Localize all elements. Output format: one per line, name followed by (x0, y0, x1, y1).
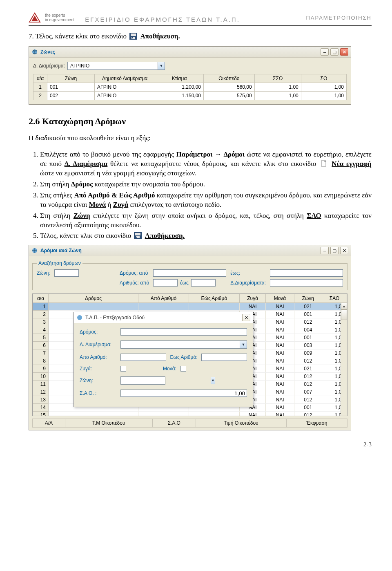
dromoi-col-header: Δρόμος (49, 294, 138, 303)
table-row: 2 (33, 92, 347, 100)
dialog-from-input[interactable] (120, 354, 166, 361)
zones-cell-input[interactable] (302, 92, 345, 99)
search-road-to-input[interactable] (270, 269, 343, 277)
step-5: Τέλος, κάνετε κλικ στο εικονίδιο Αποθήκε… (40, 231, 372, 241)
dromoi-col-header: α/α (33, 294, 49, 303)
zones-cell-input[interactable] (96, 84, 154, 90)
zones-dd-label: Δ. Διαμέρισμα: (33, 63, 65, 69)
logo-tagline-2: in e-government (45, 18, 74, 22)
zones-cell-input[interactable] (156, 84, 203, 90)
svg-rect-9 (135, 233, 140, 235)
close-button[interactable]: ✕ (340, 247, 348, 254)
intro-paragraph: Η διαδικασία που ακολουθείτε είναι η εξή… (29, 134, 372, 143)
maximize-button[interactable]: ▢ (330, 48, 339, 56)
dialog-title: Τ.Α.Π. - Επεξεργασία Οδού (85, 315, 240, 320)
table-row: 1 (33, 83, 347, 92)
manual-title: ΕΓΧΕΙΡΙΔΙΟ ΕΦΑΡΜΟΓΗΣ ΤΕΛΩΝ Τ.Α.Π. (85, 16, 240, 23)
zones-cell-input[interactable] (256, 92, 300, 99)
bottom-col-header: Έκφραση (287, 419, 347, 428)
zones-col-header: ΣΟ (301, 74, 346, 83)
step-7-save-label: Αποθήκευση. (140, 32, 180, 40)
zones-col-header: α/α (33, 74, 47, 83)
zones-window-title: Ζώνες (40, 49, 318, 55)
dialog-icon (76, 314, 83, 321)
step-3: Στις στήλες Από Αριθμό & Εώς Αριθμό κατα… (40, 191, 372, 210)
zones-window: Ζώνες – ▢ ✕ Δ. Διαμέρισμα: ΑΓΡΙΝΙΟ ▼ α/α… (29, 46, 351, 105)
bottom-col-header: Τιμή Οικοπέδου (196, 419, 286, 428)
search-road-from-label: Δρόμος: από (120, 270, 149, 276)
dromoi-col-header: ΣΑΟ (322, 294, 347, 303)
bottom-col-header: Σ.Α.Ο (152, 419, 196, 428)
table-row[interactable]: 15ΝΑΙΝΑΙ0121,00 (33, 412, 347, 416)
dialog-to-input[interactable] (201, 354, 247, 361)
dialog-close-button[interactable]: ✕ (242, 314, 250, 321)
new-record-icon (320, 160, 328, 167)
search-num-from-input[interactable] (153, 279, 178, 287)
dialog-road-input[interactable] (120, 328, 247, 336)
zones-cell-input[interactable] (205, 84, 254, 90)
search-zone-input[interactable] (54, 269, 79, 277)
search-dd-input[interactable] (270, 279, 343, 287)
svg-point-13 (77, 315, 82, 320)
table-row[interactable]: 1ΝΑΙΝΑΙ0211,00 (33, 303, 347, 311)
dromoi-window-title: Δρόμοι ανά Ζώνη (40, 248, 318, 253)
zones-cell-input[interactable] (48, 84, 94, 90)
step-2: Στη στήλη Δρόμος καταχωρείτε την ονομασί… (40, 180, 372, 189)
scroll-thumb[interactable] (341, 309, 347, 320)
save-icon (134, 232, 142, 239)
search-road-to-label: έως: (230, 270, 266, 276)
dialog-sao-label: Σ.Α.Ο. : (80, 390, 116, 396)
zones-cell-input[interactable] (302, 84, 345, 90)
zones-cell-input[interactable] (256, 84, 300, 90)
dialog-sao-input[interactable] (120, 390, 247, 397)
chevron-down-icon[interactable]: ▼ (240, 341, 247, 348)
dialog-zone-combo[interactable]: ▼ (120, 376, 165, 385)
dialog-zyga-checkbox[interactable] (120, 366, 126, 372)
app-logo: the experts in e-government (29, 12, 74, 23)
search-fieldset: Αναζήτηση δρόμων Ζώνη: Δρόμος: από έως: … (32, 260, 347, 290)
zones-cell-input[interactable] (48, 92, 94, 99)
save-icon (129, 33, 137, 40)
dromoi-col-header: Ζώνη (294, 294, 322, 303)
svg-rect-11 (136, 237, 137, 238)
search-dd-label: Δ.Διαμερίσματα: (230, 280, 266, 286)
zones-cell-input[interactable] (96, 92, 154, 99)
minimize-button[interactable]: – (321, 48, 329, 56)
search-num-to-input[interactable] (191, 279, 216, 287)
dialog-dd-combo[interactable]: ▼ (120, 340, 247, 349)
dromoi-table-wrap: α/αΔρόμοςΑπό ΑριθμόΕώς ΑριθμόΖυγάΜονάΖών… (32, 293, 347, 416)
chevron-down-icon[interactable]: ▼ (158, 62, 165, 69)
dialog-to-label: Εως Αριθμό: (170, 354, 198, 360)
svg-rect-3 (131, 34, 136, 36)
bottom-table: Α/ΑΤ.Μ ΟικοπέδουΣ.Α.ΟΤιμή ΟικοπέδουΈκφρα… (32, 419, 347, 428)
zones-cell-input[interactable] (156, 92, 203, 99)
dialog-zone-label: Ζώνη: (80, 378, 116, 383)
vertical-scrollbar[interactable]: ▲ (341, 303, 347, 416)
search-num-from-label: Αριθμός: από (120, 280, 149, 286)
zones-col-header: Κτίσμα (155, 74, 204, 83)
section-heading: 2.6 Καταχώρηση Δρόμων (29, 116, 372, 127)
page-number: 2-3 (29, 441, 372, 448)
zones-col-header: Ζώνη (47, 74, 95, 83)
dromoi-col-header: Από Αριθμό (138, 294, 189, 303)
dromoi-col-header: Ζυγά (239, 294, 266, 303)
dialog-mona-checkbox[interactable] (180, 366, 186, 372)
zones-col-header: Οικόπεδο (204, 74, 255, 83)
dromoi-col-header: Μονά (266, 294, 294, 303)
minimize-button[interactable]: – (321, 247, 329, 254)
search-num-to-label: έως (180, 280, 189, 286)
search-legend: Αναζήτηση δρόμων (37, 260, 82, 266)
close-button[interactable]: ✕ (340, 48, 348, 56)
scroll-up-icon[interactable]: ▲ (341, 303, 347, 309)
zones-dd-combo[interactable]: ΑΓΡΙΝΙΟ ▼ (67, 62, 165, 70)
search-zone-label: Ζώνη: (37, 270, 50, 276)
logo-triangle-icon (29, 12, 41, 23)
zones-col-header: Δημοτικό Διαμέρισμα (95, 74, 155, 83)
dialog-road-label: Δρόμος: (80, 329, 116, 335)
maximize-button[interactable]: ▢ (330, 247, 339, 254)
zones-cell-input[interactable] (205, 92, 254, 99)
search-road-from-input[interactable] (153, 269, 226, 277)
dromoi-col-header: Εώς Αριθμό (189, 294, 239, 303)
chevron-down-icon[interactable]: ▼ (211, 377, 215, 384)
window-dromoi-icon (31, 247, 38, 254)
